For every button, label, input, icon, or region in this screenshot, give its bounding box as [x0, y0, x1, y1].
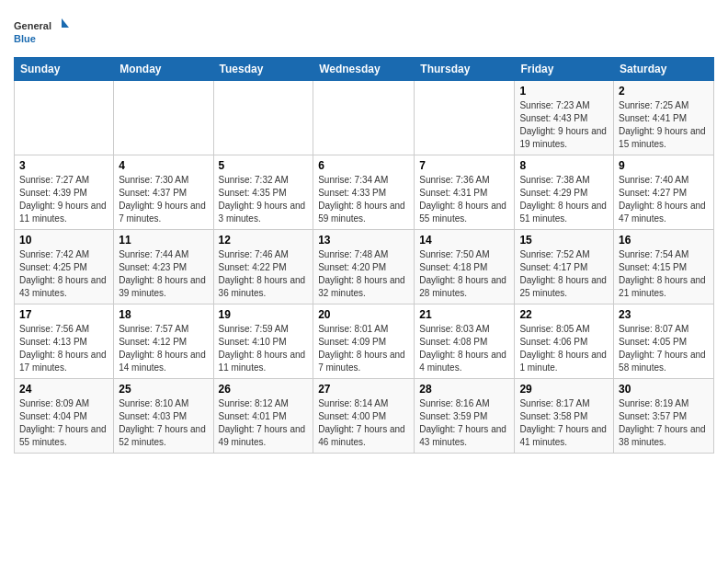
calendar-day-cell: 23Sunrise: 8:07 AM Sunset: 4:05 PM Dayli… — [614, 304, 714, 379]
day-number: 9 — [619, 159, 709, 172]
day-info: Sunrise: 7:52 AM Sunset: 4:17 PM Dayligh… — [519, 248, 609, 300]
day-number: 14 — [419, 234, 509, 247]
calendar-week-row: 24Sunrise: 8:09 AM Sunset: 4:04 PM Dayli… — [15, 379, 714, 454]
day-info: Sunrise: 7:38 AM Sunset: 4:29 PM Dayligh… — [519, 174, 609, 225]
day-number: 3 — [19, 159, 108, 172]
day-info: Sunrise: 7:25 AM Sunset: 4:41 PM Dayligh… — [619, 99, 709, 151]
day-info: Sunrise: 7:59 AM Sunset: 4:10 PM Dayligh… — [219, 323, 309, 374]
calendar-day-cell: 21Sunrise: 8:03 AM Sunset: 4:08 PM Dayli… — [415, 304, 515, 379]
calendar-day-cell: 13Sunrise: 7:48 AM Sunset: 4:20 PM Dayli… — [313, 230, 415, 304]
day-of-week-header: Sunday — [15, 58, 114, 81]
day-info: Sunrise: 8:12 AM Sunset: 4:01 PM Dayligh… — [219, 397, 309, 449]
calendar-day-cell: 10Sunrise: 7:42 AM Sunset: 4:25 PM Dayli… — [15, 230, 114, 304]
day-number: 6 — [318, 159, 409, 172]
calendar-day-cell: 4Sunrise: 7:30 AM Sunset: 4:37 PM Daylig… — [114, 155, 213, 230]
calendar-day-cell: 14Sunrise: 7:50 AM Sunset: 4:18 PM Dayli… — [415, 230, 515, 304]
day-number: 20 — [318, 308, 409, 321]
day-info: Sunrise: 7:34 AM Sunset: 4:33 PM Dayligh… — [318, 174, 409, 225]
logo-svg: General Blue — [14, 15, 69, 52]
calendar-day-cell: 1Sunrise: 7:23 AM Sunset: 4:43 PM Daylig… — [515, 81, 614, 155]
day-info: Sunrise: 7:56 AM Sunset: 4:13 PM Dayligh… — [19, 323, 108, 374]
day-number: 5 — [219, 159, 309, 172]
calendar-day-cell: 11Sunrise: 7:44 AM Sunset: 4:23 PM Dayli… — [114, 230, 213, 304]
day-info: Sunrise: 7:40 AM Sunset: 4:27 PM Dayligh… — [619, 174, 709, 225]
calendar-day-cell: 12Sunrise: 7:46 AM Sunset: 4:22 PM Dayli… — [213, 230, 313, 304]
day-info: Sunrise: 8:09 AM Sunset: 4:04 PM Dayligh… — [19, 397, 108, 449]
calendar-day-cell: 25Sunrise: 8:10 AM Sunset: 4:03 PM Dayli… — [114, 379, 213, 454]
calendar-day-cell: 20Sunrise: 8:01 AM Sunset: 4:09 PM Dayli… — [313, 304, 415, 379]
calendar-week-row: 10Sunrise: 7:42 AM Sunset: 4:25 PM Dayli… — [15, 230, 714, 304]
calendar-day-cell: 5Sunrise: 7:32 AM Sunset: 4:35 PM Daylig… — [213, 155, 313, 230]
calendar-day-cell: 6Sunrise: 7:34 AM Sunset: 4:33 PM Daylig… — [313, 155, 415, 230]
day-info: Sunrise: 7:32 AM Sunset: 4:35 PM Dayligh… — [219, 174, 309, 225]
day-number: 21 — [419, 308, 509, 321]
calendar-day-cell: 18Sunrise: 7:57 AM Sunset: 4:12 PM Dayli… — [114, 304, 213, 379]
day-number: 26 — [219, 383, 309, 396]
day-of-week-header: Saturday — [614, 58, 714, 81]
calendar-day-cell: 7Sunrise: 7:36 AM Sunset: 4:31 PM Daylig… — [415, 155, 515, 230]
calendar-day-cell — [313, 81, 415, 155]
day-number: 10 — [19, 234, 108, 247]
calendar-header: SundayMondayTuesdayWednesdayThursdayFrid… — [15, 58, 714, 81]
svg-text:General: General — [14, 20, 51, 31]
day-of-week-header: Monday — [114, 58, 213, 81]
day-number: 27 — [318, 383, 409, 396]
day-info: Sunrise: 8:17 AM Sunset: 3:58 PM Dayligh… — [519, 397, 609, 449]
calendar-day-cell — [15, 81, 114, 155]
day-info: Sunrise: 8:19 AM Sunset: 3:57 PM Dayligh… — [619, 397, 709, 449]
day-number: 18 — [119, 308, 208, 321]
day-number: 29 — [519, 383, 609, 396]
day-info: Sunrise: 7:50 AM Sunset: 4:18 PM Dayligh… — [419, 248, 509, 300]
day-info: Sunrise: 7:27 AM Sunset: 4:39 PM Dayligh… — [19, 174, 108, 225]
day-number: 22 — [519, 308, 609, 321]
day-info: Sunrise: 8:05 AM Sunset: 4:06 PM Dayligh… — [519, 323, 609, 374]
day-info: Sunrise: 7:54 AM Sunset: 4:15 PM Dayligh… — [619, 248, 709, 300]
day-number: 11 — [119, 234, 208, 247]
logo: General Blue — [14, 15, 69, 52]
day-info: Sunrise: 8:10 AM Sunset: 4:03 PM Dayligh… — [119, 397, 208, 449]
svg-text:Blue: Blue — [14, 33, 36, 44]
day-info: Sunrise: 7:36 AM Sunset: 4:31 PM Dayligh… — [419, 174, 509, 225]
day-number: 8 — [519, 159, 609, 172]
day-number: 24 — [19, 383, 108, 396]
calendar-day-cell — [213, 81, 313, 155]
calendar-day-cell: 2Sunrise: 7:25 AM Sunset: 4:41 PM Daylig… — [614, 81, 714, 155]
day-info: Sunrise: 7:23 AM Sunset: 4:43 PM Dayligh… — [519, 99, 609, 151]
day-number: 28 — [419, 383, 509, 396]
day-info: Sunrise: 7:48 AM Sunset: 4:20 PM Dayligh… — [318, 248, 409, 300]
svg-marker-2 — [62, 18, 69, 28]
day-info: Sunrise: 8:14 AM Sunset: 4:00 PM Dayligh… — [318, 397, 409, 449]
calendar-day-cell: 16Sunrise: 7:54 AM Sunset: 4:15 PM Dayli… — [614, 230, 714, 304]
calendar-week-row: 1Sunrise: 7:23 AM Sunset: 4:43 PM Daylig… — [15, 81, 714, 155]
calendar-day-cell: 19Sunrise: 7:59 AM Sunset: 4:10 PM Dayli… — [213, 304, 313, 379]
day-info: Sunrise: 8:16 AM Sunset: 3:59 PM Dayligh… — [419, 397, 509, 449]
day-number: 12 — [219, 234, 309, 247]
calendar-day-cell: 3Sunrise: 7:27 AM Sunset: 4:39 PM Daylig… — [15, 155, 114, 230]
day-number: 23 — [619, 308, 709, 321]
calendar-body: 1Sunrise: 7:23 AM Sunset: 4:43 PM Daylig… — [15, 81, 714, 454]
calendar-day-cell: 9Sunrise: 7:40 AM Sunset: 4:27 PM Daylig… — [614, 155, 714, 230]
calendar-day-cell: 8Sunrise: 7:38 AM Sunset: 4:29 PM Daylig… — [515, 155, 614, 230]
day-of-week-header: Wednesday — [313, 58, 415, 81]
day-number: 1 — [519, 85, 609, 98]
day-info: Sunrise: 7:57 AM Sunset: 4:12 PM Dayligh… — [119, 323, 208, 374]
day-number: 25 — [119, 383, 208, 396]
day-info: Sunrise: 7:42 AM Sunset: 4:25 PM Dayligh… — [19, 248, 108, 300]
calendar-day-cell: 15Sunrise: 7:52 AM Sunset: 4:17 PM Dayli… — [515, 230, 614, 304]
day-info: Sunrise: 8:03 AM Sunset: 4:08 PM Dayligh… — [419, 323, 509, 374]
day-number: 13 — [318, 234, 409, 247]
calendar-day-cell: 30Sunrise: 8:19 AM Sunset: 3:57 PM Dayli… — [614, 379, 714, 454]
day-number: 30 — [619, 383, 709, 396]
calendar-day-cell: 29Sunrise: 8:17 AM Sunset: 3:58 PM Dayli… — [515, 379, 614, 454]
calendar-day-cell: 17Sunrise: 7:56 AM Sunset: 4:13 PM Dayli… — [15, 304, 114, 379]
day-number: 16 — [619, 234, 709, 247]
calendar-day-cell — [114, 81, 213, 155]
calendar-day-cell — [415, 81, 515, 155]
page-header: General Blue — [14, 9, 714, 52]
day-number: 17 — [19, 308, 108, 321]
day-info: Sunrise: 7:30 AM Sunset: 4:37 PM Dayligh… — [119, 174, 208, 225]
day-info: Sunrise: 8:01 AM Sunset: 4:09 PM Dayligh… — [318, 323, 409, 374]
header-row: SundayMondayTuesdayWednesdayThursdayFrid… — [15, 58, 714, 81]
day-of-week-header: Thursday — [415, 58, 515, 81]
day-of-week-header: Tuesday — [213, 58, 313, 81]
